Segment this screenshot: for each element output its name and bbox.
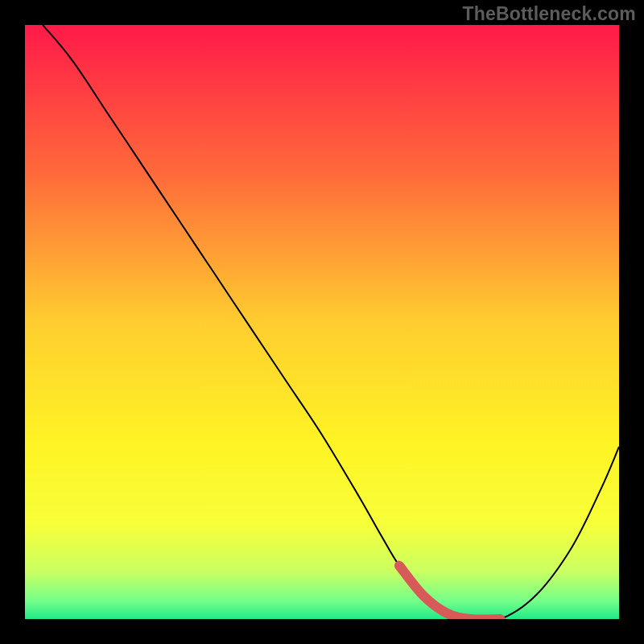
chart-frame: TheBottleneck.com xyxy=(0,0,644,644)
chart-svg xyxy=(25,25,619,619)
plot-area xyxy=(25,25,619,619)
watermark-label: TheBottleneck.com xyxy=(462,3,636,25)
gradient-background xyxy=(25,25,619,619)
